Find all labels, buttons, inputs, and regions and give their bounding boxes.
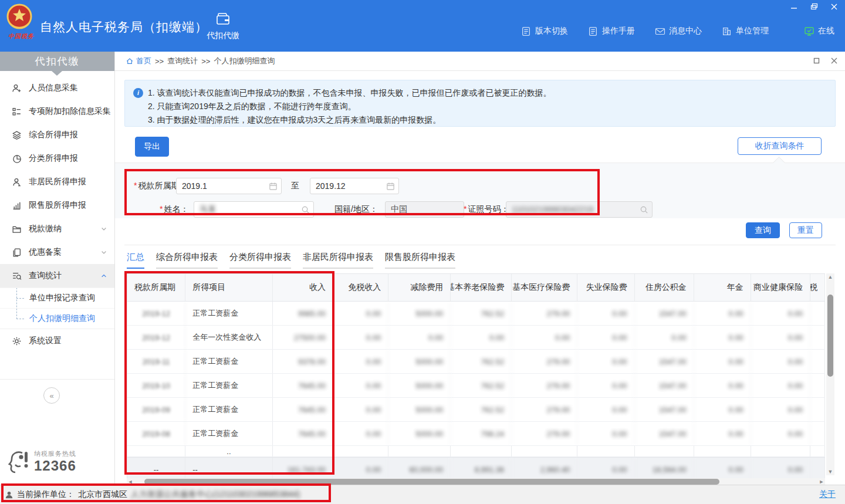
- name-input[interactable]: 马某: [194, 201, 314, 218]
- column-header-9: 年金: [694, 274, 751, 301]
- sidebar-item-4[interactable]: 非居民所得申报: [0, 170, 114, 194]
- export-button[interactable]: 导出: [135, 137, 169, 157]
- sidebar-item-label: 综合所得申报: [29, 130, 107, 140]
- app-title: 自然人电子税务局（扣缴端）: [40, 19, 208, 35]
- sidebar-collapse-button[interactable]: «: [43, 387, 60, 404]
- table-cell: 5000.00: [388, 398, 451, 421]
- period-to-input[interactable]: 2019.12: [310, 178, 399, 194]
- calendar-icon[interactable]: [386, 182, 395, 191]
- vertical-scroll-thumb[interactable]: [827, 295, 833, 377]
- table-cell: [810, 422, 825, 445]
- table-cell: 0.00: [751, 458, 810, 481]
- breadcrumb-home[interactable]: 首页: [126, 56, 151, 66]
- tab-3[interactable]: 非居民所得申报表: [303, 252, 373, 269]
- table-cell: 5000.00: [388, 374, 451, 397]
- minimize-icon[interactable]: [789, 2, 799, 11]
- table-row-2[interactable]: 2019-11正常工资薪金9378.000.005000.00762.52279…: [127, 350, 825, 374]
- table-cell: [451, 446, 512, 456]
- table-cell: 7645.00: [273, 398, 333, 421]
- sidebar-subitem-0[interactable]: 单位申报记录查询: [0, 287, 114, 308]
- sidebar: 代扣代缴 人员信息采集专项附加扣除信息采集综合所得申报分类所得申报非居民所得申报…: [0, 52, 115, 485]
- vertical-scrollbar[interactable]: ▲ ▼: [826, 273, 834, 475]
- horizontal-scroll-thumb[interactable]: [144, 479, 719, 485]
- table-cell: 0.00: [333, 458, 388, 481]
- breadcrumb-section[interactable]: 查询统计: [167, 56, 198, 66]
- tab-withholding[interactable]: 代扣代缴: [204, 11, 242, 41]
- table-row-partial[interactable]: ..: [127, 446, 825, 457]
- table-cell: 2019-12: [127, 326, 185, 349]
- search-icon[interactable]: [640, 205, 648, 214]
- restore-icon[interactable]: [809, 2, 819, 11]
- table-cell: 0.00: [751, 302, 810, 325]
- collapse-query-button[interactable]: 收折查询条件: [738, 137, 822, 155]
- sidebar-item-6[interactable]: 税款缴纳: [0, 217, 114, 241]
- operating-unit-prefix: 北京市西城区: [78, 489, 127, 500]
- table-row-1[interactable]: 2019-12全年一次性奖金收入27500.000.000.000.000.00…: [127, 326, 825, 350]
- sidebar-item-8[interactable]: 查询统计: [0, 264, 114, 287]
- scroll-left-icon[interactable]: ◄: [127, 478, 134, 485]
- column-header-8: 住房公积金: [635, 274, 694, 301]
- column-header-11: 税: [810, 274, 825, 301]
- notice-line-2: 2. 只能查询2019年及之后的数据，不能进行跨年度查询。: [148, 100, 827, 113]
- sidebar-item-7[interactable]: 优惠备案: [0, 241, 114, 264]
- period-from-input[interactable]: 2019.1: [176, 178, 282, 194]
- sidebar-subitem-1[interactable]: 个人扣缴明细查询: [0, 308, 114, 329]
- table-cell: 0.00: [388, 326, 451, 349]
- table-row-4[interactable]: 2019-09正常工资薪金7645.000.005000.00762.52279…: [127, 398, 825, 422]
- cert-label: *证照号码：: [464, 204, 509, 215]
- table-cell: [635, 446, 694, 456]
- table-cell: [810, 326, 825, 349]
- tab-0[interactable]: 汇总: [127, 252, 144, 269]
- table-cell: 1547.00: [635, 398, 694, 421]
- search-icon[interactable]: [301, 205, 310, 214]
- reset-button[interactable]: 重置: [789, 222, 822, 238]
- header-nav-item-3[interactable]: 单位管理: [722, 26, 769, 36]
- sidebar-item-3[interactable]: 分类所得申报: [0, 147, 114, 170]
- table-cell: 0.00: [451, 326, 512, 349]
- hotline-block: 纳税服务热线 12366: [7, 449, 76, 476]
- sidebar-item-2[interactable]: 综合所得申报: [0, 123, 114, 147]
- header-nav-item-4[interactable]: 在线: [804, 26, 834, 36]
- tab-1[interactable]: 综合所得申报表: [156, 252, 218, 269]
- header-nav: 版本切换操作手册消息中心单位管理在线: [521, 26, 834, 36]
- section-divider: [124, 245, 836, 245]
- table-cell: [127, 446, 185, 456]
- app-header: 中国税务 自然人电子税务局（扣缴端） 代扣代缴 版本切换操作手册消息中心单位管理…: [0, 0, 845, 52]
- horizontal-scrollbar[interactable]: ◄ ►: [127, 478, 825, 485]
- table-cell: [512, 446, 577, 456]
- table-cell: 5000.00: [388, 350, 451, 373]
- table-cell: 762.52: [451, 302, 512, 325]
- chevron-down-icon: [100, 249, 107, 256]
- table-row-5[interactable]: 2019-08正常工资薪金7645.000.005000.00798.24279…: [127, 422, 825, 446]
- query-button[interactable]: 查询: [746, 222, 780, 238]
- tab-4[interactable]: 限售股所得申报表: [385, 252, 455, 269]
- table-row-0[interactable]: 2019-12正常工资薪金9985.000.005000.00762.52279…: [127, 302, 825, 326]
- close-icon[interactable]: [829, 2, 839, 11]
- sidebar-item-9[interactable]: 系统设置: [0, 329, 114, 353]
- sidebar-item-1[interactable]: 专项附加扣除信息采集: [0, 100, 114, 123]
- panel-maximize-icon[interactable]: [812, 56, 820, 65]
- national-emblem-icon: [6, 4, 33, 32]
- column-header-4: 减除费用: [388, 274, 451, 301]
- hotline-number: 12366: [34, 458, 76, 473]
- scroll-right-icon[interactable]: ►: [818, 478, 825, 485]
- panel-close-icon[interactable]: [830, 56, 838, 65]
- table-row-3[interactable]: 2019-10正常工资薪金7645.000.005000.00762.52279…: [127, 374, 825, 398]
- scroll-down-icon[interactable]: ▼: [826, 468, 834, 475]
- header-nav-item-2[interactable]: 消息中心: [655, 26, 702, 36]
- table-cell: 1547.00: [635, 350, 694, 373]
- about-link[interactable]: 关于: [819, 489, 836, 500]
- sidebar-menu: 人员信息采集专项附加扣除信息采集综合所得申报分类所得申报非居民所得申报限售股所得…: [0, 76, 114, 353]
- tab-withholding-label: 代扣代缴: [204, 31, 242, 41]
- sidebar-item-5[interactable]: 限售股所得申报: [0, 194, 114, 217]
- scroll-up-icon[interactable]: ▲: [826, 273, 834, 280]
- table-cell: 0.00: [512, 326, 577, 349]
- header-nav-item-0[interactable]: 版本切换: [521, 26, 568, 36]
- table-cell: [694, 446, 751, 456]
- tab-2[interactable]: 分类所得申报表: [229, 252, 291, 269]
- table-cell: 279.00: [512, 374, 577, 397]
- header-nav-item-1[interactable]: 操作手册: [588, 26, 635, 36]
- column-header-7: 失业保险费: [577, 274, 634, 301]
- table-cell: [810, 398, 825, 421]
- calendar-icon[interactable]: [269, 182, 278, 191]
